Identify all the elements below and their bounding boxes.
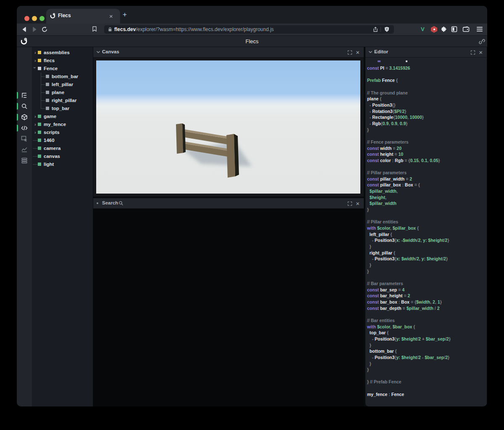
- expand-icon[interactable]: [347, 201, 352, 206]
- code-line: }: [367, 367, 486, 373]
- code-line: // Bar parameters: [367, 281, 486, 287]
- link-icon[interactable]: [478, 38, 485, 45]
- expand-icon[interactable]: [347, 50, 352, 55]
- address-bar[interactable]: flecs.dev/explorer/?wasm=https://www.fle…: [104, 25, 394, 34]
- tree-label: assemblies: [44, 50, 70, 55]
- entity-square-icon: [38, 155, 41, 158]
- tree-row-1460[interactable]: 1460: [32, 136, 93, 144]
- share-icon[interactable]: [373, 26, 378, 32]
- browser-tab[interactable]: Flecs ×: [46, 9, 120, 24]
- traffic-close-button[interactable]: [24, 16, 29, 21]
- collapse-arrow-icon[interactable]: ›: [34, 50, 36, 55]
- active-tool-indicator: [17, 125, 18, 131]
- code-line: top_bar {: [367, 330, 486, 336]
- collapse-arrow-icon[interactable]: ›: [34, 58, 36, 63]
- tree-label: left_pillar: [52, 82, 73, 87]
- code-line: const color : Rgb = {0.15, 0.1, 0.05}: [367, 157, 486, 164]
- code-editor[interactable]: const PI = 3.1415926Prefab Fence {// The…: [365, 58, 487, 406]
- canvas-panel-title: Canvas: [102, 49, 119, 54]
- tree-row-assemblies[interactable]: ›assemblies: [32, 49, 93, 57]
- entity-square-icon: [38, 163, 41, 166]
- tree-row-top_bar[interactable]: top_bar: [32, 105, 93, 113]
- browser-toolbar: flecs.dev/explorer/?wasm=https://www.fle…: [17, 24, 487, 35]
- tree-row-left_pillar[interactable]: left_pillar: [32, 81, 93, 89]
- new-tab-button[interactable]: +: [123, 11, 127, 18]
- tree-row-light[interactable]: light: [32, 160, 93, 168]
- page-title: Flecs: [17, 38, 487, 45]
- wallet-icon[interactable]: [462, 26, 470, 32]
- tree-label: 1460: [44, 138, 55, 143]
- forward-icon[interactable]: [31, 26, 38, 33]
- tree-row-scripts[interactable]: ›scripts: [32, 128, 93, 136]
- tree-row-my_fence[interactable]: ›my_fence: [32, 121, 93, 128]
- close-icon[interactable]: ×: [356, 200, 360, 207]
- sidebar-icon-scene-cube[interactable]: [21, 114, 28, 121]
- code-line: right_pillar {: [367, 250, 486, 256]
- menu-icon[interactable]: [477, 26, 483, 32]
- close-icon[interactable]: ×: [356, 49, 360, 55]
- sidebar-icon-query-list[interactable]: [21, 157, 28, 164]
- entity-square-icon: [38, 115, 41, 118]
- dot-icon[interactable]: [97, 202, 98, 204]
- reload-icon[interactable]: [41, 26, 48, 33]
- tree-label: light: [44, 162, 54, 167]
- code-line: // Pillar parameters: [367, 170, 486, 176]
- tree-row-Fence[interactable]: ›Fence: [32, 65, 93, 73]
- tree-connector: [41, 76, 45, 77]
- entity-square-icon: [38, 51, 41, 54]
- editor-panel-title: Editor: [374, 49, 388, 54]
- sidebar-icon-script-code[interactable]: [21, 125, 28, 131]
- expand-arrow-icon[interactable]: ›: [32, 67, 37, 68]
- tree-row-flecs[interactable]: ›flecs: [32, 57, 93, 65]
- code-line: $height,: [367, 194, 486, 201]
- sidebar-icon-inspector[interactable]: [21, 135, 28, 142]
- chevron-down-icon[interactable]: [368, 50, 373, 54]
- canvas-3d-render[interactable]: [96, 60, 360, 194]
- code-line: const pillar_box : Box = {: [367, 182, 486, 188]
- v-extension-icon[interactable]: V: [421, 26, 425, 32]
- tree-connector: [41, 92, 45, 93]
- tree-row-plane[interactable]: plane: [32, 89, 93, 97]
- tree-row-game[interactable]: ›game: [32, 113, 93, 121]
- traffic-zoom-button[interactable]: [39, 16, 45, 21]
- code-line: // Bar entities: [367, 317, 486, 324]
- expand-icon[interactable]: [470, 50, 475, 55]
- traffic-minimize-button[interactable]: [32, 16, 37, 21]
- code-line: Prefab Fence {: [367, 77, 486, 84]
- leaf-connector: [33, 156, 38, 157]
- tree-row-bottom_bar[interactable]: bottom_bar: [32, 73, 93, 81]
- url-path: /explorer/?wasm=https://www.flecs.dev/ex…: [136, 26, 273, 32]
- chevron-down-icon[interactable]: [96, 50, 100, 54]
- collapse-arrow-icon[interactable]: ›: [34, 130, 36, 135]
- extensions-puzzle-icon[interactable]: [441, 26, 448, 33]
- entity-square-icon: [38, 147, 41, 150]
- collapse-arrow-icon[interactable]: ›: [34, 122, 36, 127]
- tree-row-camera[interactable]: camera: [32, 144, 93, 152]
- code-line: const bar_height = 2: [367, 293, 486, 299]
- code-line: with $color, $pillar_box {: [367, 225, 486, 231]
- sidebar-icon-entity-tree[interactable]: [21, 92, 28, 99]
- tree-row-canvas[interactable]: canvas: [32, 152, 93, 160]
- code-line: }: [367, 262, 486, 268]
- sidebar-icon-search[interactable]: [21, 103, 28, 110]
- tab-close-icon[interactable]: ×: [109, 13, 113, 19]
- code-line: [367, 213, 486, 219]
- search-panel-body[interactable]: [93, 209, 364, 406]
- back-icon[interactable]: [21, 26, 28, 33]
- adblock-hexagon-icon[interactable]: [431, 26, 437, 33]
- brave-shield-icon[interactable]: [384, 26, 390, 32]
- collapse-arrow-icon[interactable]: ›: [34, 114, 36, 119]
- entity-square-icon: [38, 123, 41, 126]
- tree-row-right_pillar[interactable]: right_pillar: [32, 97, 93, 105]
- close-icon[interactable]: ×: [479, 49, 483, 55]
- sidebar-icon-stats-chart[interactable]: [21, 146, 28, 153]
- code-line: - Position3{x: -$width/2, y: $height/2}: [367, 237, 486, 244]
- tree-connector: [41, 100, 45, 101]
- code-line: [367, 84, 486, 90]
- code-line: [367, 274, 486, 281]
- bookmark-icon[interactable]: [91, 26, 98, 32]
- code-line: my_fence : Fence: [367, 391, 486, 398]
- code-line: $pillar_width: [367, 200, 486, 207]
- reading-list-icon[interactable]: [451, 26, 457, 32]
- code-line: }: [367, 244, 486, 250]
